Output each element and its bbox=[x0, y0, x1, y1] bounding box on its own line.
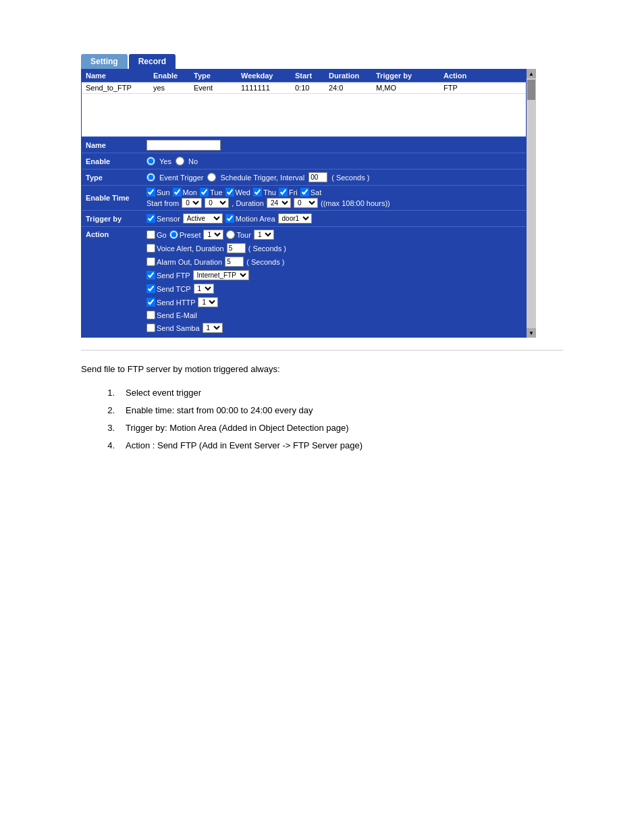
cb-motion[interactable] bbox=[225, 214, 234, 223]
list-item: 4. Action : Send FTP (Add in Event Serve… bbox=[101, 437, 563, 454]
label-action: Action bbox=[82, 227, 142, 241]
samba-item: Send Samba bbox=[146, 323, 200, 332]
enable-yes-radio[interactable] bbox=[146, 157, 155, 165]
form-row-name: Name bbox=[82, 136, 526, 153]
cb-tcp[interactable] bbox=[146, 284, 155, 293]
seconds-label: ( Seconds ) bbox=[331, 174, 369, 182]
list-num-4: 4. bbox=[101, 437, 115, 454]
enable-no-radio[interactable] bbox=[176, 157, 184, 165]
go-item: Go bbox=[146, 230, 167, 239]
tab-bar: Setting Record bbox=[81, 54, 563, 69]
scroll-thumb[interactable] bbox=[527, 80, 535, 100]
cb-thu[interactable] bbox=[253, 188, 262, 197]
name-input[interactable] bbox=[146, 140, 221, 151]
cb-sun[interactable] bbox=[146, 188, 155, 197]
cb-wed[interactable] bbox=[225, 188, 234, 197]
tab-setting[interactable]: Setting bbox=[81, 54, 128, 69]
list-text-3: Trigger by: Motion Area (Added in Object… bbox=[126, 419, 348, 437]
http-select[interactable]: 12 bbox=[198, 297, 218, 307]
col-enable: Enable bbox=[153, 72, 194, 80]
interval-input[interactable] bbox=[308, 172, 327, 182]
cb-mon[interactable] bbox=[173, 188, 182, 197]
scroll-up-arrow[interactable]: ▲ bbox=[527, 69, 536, 78]
day-mon: Mon bbox=[173, 188, 197, 197]
voice-duration-input[interactable] bbox=[227, 243, 246, 253]
label-enable: Enable bbox=[82, 153, 142, 169]
cb-fri[interactable] bbox=[279, 188, 288, 197]
duration-min-select[interactable]: 01530 bbox=[294, 198, 318, 208]
day-sun: Sun bbox=[146, 188, 170, 197]
tcp-item: Send TCP bbox=[146, 284, 191, 293]
motion-item: Motion Area bbox=[225, 214, 275, 223]
cb-alarm[interactable] bbox=[146, 257, 155, 266]
value-type: Event Trigger Schedule Trigger, Interval… bbox=[142, 170, 526, 185]
ftp-select[interactable]: Internet_FTP Local_FTP bbox=[193, 270, 249, 280]
value-name bbox=[142, 137, 526, 153]
start-min-select[interactable]: 0153045 bbox=[205, 198, 229, 208]
label-name: Name bbox=[82, 137, 142, 153]
label-type: Type bbox=[82, 170, 142, 185]
tour-select[interactable]: 12 bbox=[254, 230, 274, 240]
type-schedule-label: Schedule Trigger, Interval bbox=[220, 174, 304, 182]
http-item: Send HTTP bbox=[146, 298, 195, 307]
instruction-list: 1. Select event trigger 2. Enable time: … bbox=[81, 384, 563, 454]
email-item: Send E-Mail bbox=[146, 311, 197, 319]
enable-no-label: No bbox=[188, 157, 198, 165]
cb-samba[interactable] bbox=[146, 323, 155, 332]
alarm-item: Alarm Out, Duration bbox=[146, 257, 222, 266]
page-wrapper: Setting Record Name Enable Type Weekday … bbox=[0, 0, 644, 481]
tcp-select[interactable]: 12 bbox=[194, 284, 214, 294]
label-enable-time: Enable Time bbox=[82, 186, 142, 210]
cb-go[interactable] bbox=[146, 230, 155, 239]
cb-sat[interactable] bbox=[300, 188, 309, 197]
duration-hour-select[interactable]: 2412 bbox=[267, 198, 291, 208]
list-text-4: Action : Send FTP (Add in Event Server -… bbox=[126, 437, 363, 454]
cb-http[interactable] bbox=[146, 298, 155, 307]
col-name: Name bbox=[86, 72, 153, 80]
motion-label: Motion Area bbox=[236, 215, 275, 223]
cb-sensor[interactable] bbox=[146, 214, 155, 223]
type-schedule-radio[interactable] bbox=[207, 173, 216, 182]
type-radio-group: Event Trigger Schedule Trigger, Interval… bbox=[146, 172, 369, 182]
value-enable: Yes No bbox=[142, 153, 526, 169]
list-num-1: 1. bbox=[101, 384, 115, 402]
cb-tue[interactable] bbox=[200, 188, 209, 197]
duration-label-inline: , Duration bbox=[232, 199, 264, 207]
cb-ftp[interactable] bbox=[146, 271, 155, 280]
action-tcp-row: Send TCP 12 bbox=[146, 284, 214, 294]
cb-voice[interactable] bbox=[146, 244, 155, 253]
motion-area-select[interactable]: door1 door2 bbox=[278, 213, 312, 224]
cb-email[interactable] bbox=[146, 311, 155, 319]
value-enable-time: Sun Mon Tue bbox=[142, 186, 526, 210]
row-enable: yes bbox=[153, 84, 194, 92]
duration-max-label: ((max 108:00 hours)) bbox=[321, 199, 390, 207]
type-event-radio[interactable] bbox=[146, 173, 155, 182]
row-name: Send_to_FTP bbox=[86, 84, 153, 92]
scroll-down-arrow[interactable]: ▼ bbox=[527, 328, 536, 338]
radio-preset[interactable] bbox=[169, 230, 178, 239]
enable-radio-group: Yes No bbox=[146, 157, 198, 165]
radio-tour[interactable] bbox=[226, 230, 235, 239]
row-duration: 24:0 bbox=[329, 84, 376, 92]
day-wed: Wed bbox=[225, 188, 250, 197]
preset-select[interactable]: 12 bbox=[203, 230, 223, 240]
action-email-row: Send E-Mail bbox=[146, 311, 197, 319]
table-row[interactable]: Send_to_FTP yes Event 1111111 0:10 24:0 … bbox=[82, 82, 526, 94]
alarm-duration-input[interactable] bbox=[225, 257, 244, 267]
tab-record[interactable]: Record bbox=[129, 54, 176, 69]
start-from-label: Start from bbox=[146, 199, 179, 207]
enable-yes-label: Yes bbox=[159, 157, 171, 165]
voice-item: Voice Alert, Duration bbox=[146, 244, 224, 253]
day-tue: Tue bbox=[200, 188, 223, 197]
list-text-1: Select event trigger bbox=[126, 384, 201, 402]
scrollbar[interactable]: ▲ ▼ bbox=[527, 69, 536, 338]
action-samba-row: Send Samba 12 bbox=[146, 323, 223, 333]
action-go-preset-row: Go Preset 12 Tour bbox=[146, 230, 274, 240]
action-voice-row: Voice Alert, Duration ( Seconds ) bbox=[146, 243, 286, 253]
sensor-active-select[interactable]: Active Inactive bbox=[183, 213, 223, 224]
col-start: Start bbox=[295, 72, 329, 80]
type-event-label: Event Trigger bbox=[159, 174, 203, 182]
samba-select[interactable]: 12 bbox=[203, 323, 223, 333]
voice-seconds-label: ( Seconds ) bbox=[248, 244, 286, 253]
start-hour-select[interactable]: 012 bbox=[182, 198, 202, 208]
